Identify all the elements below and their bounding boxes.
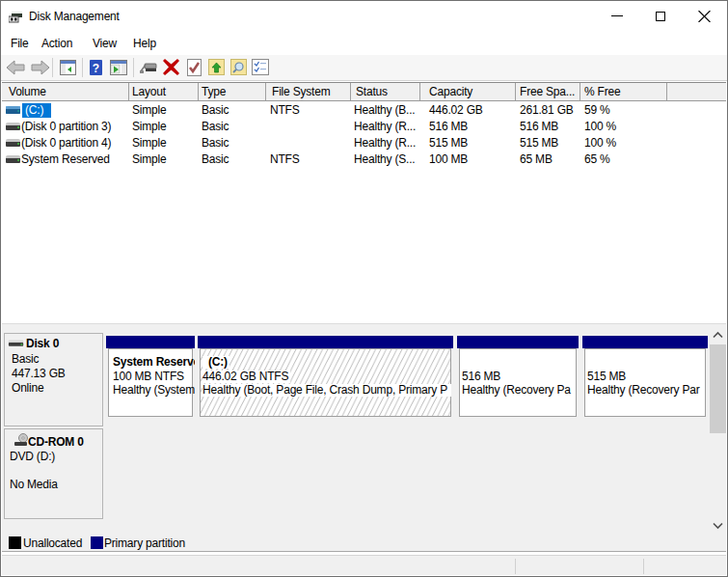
svg-text:?: ? (93, 62, 99, 75)
